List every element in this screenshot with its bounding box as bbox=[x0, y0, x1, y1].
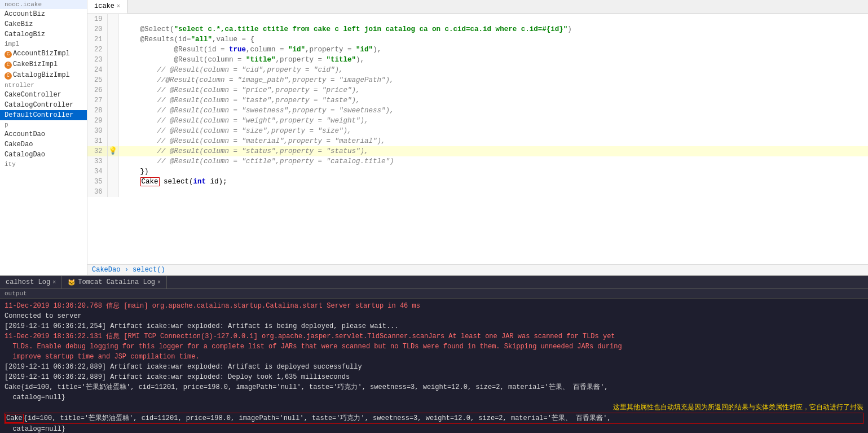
line-number: 26 bbox=[87, 85, 107, 95]
bottom-tab-localhost-log[interactable]: calhost Log × bbox=[0, 276, 62, 288]
line-code: // @Result(column = "cid",property = "ci… bbox=[118, 65, 868, 75]
sidebar-item-cakedao[interactable]: CakeDao bbox=[0, 139, 87, 150]
sidebar-item-defaultcontroller[interactable]: DefaultController bbox=[0, 110, 87, 120]
sidebar: nooc.icake AccountBiz CakeBiz CatalogBiz… bbox=[0, 0, 87, 275]
line-code: // @Result(column = "weight",property = … bbox=[118, 116, 868, 126]
output-line: catalog=null} bbox=[5, 424, 863, 433]
table-row: 20 @Select("select c.*,ca.title ctitle f… bbox=[87, 24, 868, 34]
line-number: 30 bbox=[87, 126, 107, 136]
sidebar-item-impl: impl bbox=[0, 40, 87, 49]
table-row: 36 bbox=[87, 187, 868, 197]
cake-keyword-box: Cake bbox=[140, 177, 160, 186]
line-code: // @Result(column = "price",property = "… bbox=[118, 85, 868, 95]
editor-tab-label: icake bbox=[94, 2, 114, 10]
tomcat-log-close[interactable]: × bbox=[157, 279, 161, 286]
line-code: Cake select(int id); bbox=[118, 177, 868, 187]
table-row: 32 💡 // @Result(column = "status",proper… bbox=[87, 146, 868, 156]
line-code: // @Result(column = "material",property … bbox=[118, 136, 868, 146]
line-gutter bbox=[107, 65, 118, 75]
line-gutter bbox=[107, 85, 118, 95]
line-gutter bbox=[107, 75, 118, 85]
line-number: 35 bbox=[87, 177, 107, 187]
line-number: 27 bbox=[87, 95, 107, 106]
line-number: 20 bbox=[87, 24, 107, 34]
line-code: // @Result(column = "taste",property = "… bbox=[118, 95, 868, 106]
line-code: @Result(column = "title",property = "tit… bbox=[118, 55, 868, 65]
line-code: // @Result(column = "size",property = "s… bbox=[118, 126, 868, 136]
line-gutter bbox=[107, 14, 118, 24]
sidebar-item-accountbiz[interactable]: AccountBiz bbox=[0, 9, 87, 19]
output-line: catalog=null} bbox=[5, 392, 863, 403]
line-code bbox=[118, 187, 868, 197]
line-gutter bbox=[107, 24, 118, 34]
tomcat-log-label: Tomcat Catalina Log bbox=[78, 278, 155, 286]
line-gutter bbox=[107, 136, 118, 146]
breadcrumb: CakeDao › select() bbox=[87, 264, 868, 275]
table-row: 21 @Results(id="all",value = { bbox=[87, 34, 868, 45]
breadcrumb-path[interactable]: CakeDao bbox=[92, 266, 120, 274]
line-gutter bbox=[107, 126, 118, 136]
line-number: 24 bbox=[87, 65, 107, 75]
line-number: 22 bbox=[87, 45, 107, 55]
breadcrumb-method[interactable]: select() bbox=[133, 266, 165, 274]
table-row: 35 Cake select(int id); bbox=[87, 177, 868, 187]
output-line: Cake{id=100, title='芒果奶油蛋糕', cid=11201, … bbox=[5, 413, 863, 424]
localhost-log-label: calhost Log bbox=[6, 278, 50, 286]
bottom-panel: calhost Log × 🐱 Tomcat Catalina Log × ou… bbox=[0, 275, 868, 433]
sidebar-item-cakecontroller[interactable]: CakeController bbox=[0, 90, 87, 100]
sidebar-item-nooc-icake[interactable]: nooc.icake bbox=[0, 0, 87, 9]
line-gutter bbox=[107, 167, 118, 177]
sidebar-item-accountbizimpl[interactable]: CAccountBizImpl bbox=[0, 49, 87, 59]
line-gutter bbox=[107, 55, 118, 65]
sidebar-item-ity: ity bbox=[0, 160, 87, 169]
sidebar-item-catalogcontroller[interactable]: CatalogController bbox=[0, 100, 87, 110]
line-gutter bbox=[107, 156, 118, 167]
bottom-tab-tomcat-log[interactable]: 🐱 Tomcat Catalina Log × bbox=[62, 276, 167, 288]
line-number: 19 bbox=[87, 14, 107, 24]
table-row: 28 // @Result(column = "sweetness",prope… bbox=[87, 106, 868, 116]
output-line: 11-Dec-2019 18:36:20.768 信息 [main] org.a… bbox=[5, 301, 863, 311]
line-code bbox=[118, 14, 868, 24]
sidebar-item-accountdao[interactable]: AccountDao bbox=[0, 129, 87, 139]
output-line: 11-Dec-2019 18:36:22.131 信息 [RMI TCP Con… bbox=[5, 331, 863, 342]
line-code: // @Result(column = "sweetness",property… bbox=[118, 106, 868, 116]
output-line: [2019-12-11 06:36:21,254] Artifact icake… bbox=[5, 321, 863, 331]
output-line: Cake{id=100, title='芒果奶油蛋糕', cid=11201, … bbox=[5, 382, 863, 392]
editor-area: icake × 19 20 @Select("select c.*,ca.tit… bbox=[87, 0, 868, 275]
line-number: 32 bbox=[87, 146, 107, 156]
output-label: output bbox=[0, 289, 868, 299]
sidebar-item-cakebiz[interactable]: CakeBiz bbox=[0, 19, 87, 29]
editor-tab-icake[interactable]: icake × bbox=[87, 0, 127, 14]
localhost-log-close[interactable]: × bbox=[52, 279, 56, 286]
sidebar-item-catalogdao[interactable]: CatalogDao bbox=[0, 150, 87, 160]
line-code: }) bbox=[118, 167, 868, 177]
output-line-annotation: 这里其他属性也自动填充是因为所返回的结果与实体类属性对应，它自动进行了封装 bbox=[5, 403, 863, 413]
line-number: 34 bbox=[87, 167, 107, 177]
bottom-tabs: calhost Log × 🐱 Tomcat Catalina Log × bbox=[0, 276, 868, 289]
output-content: 11-Dec-2019 18:36:20.768 信息 [main] org.a… bbox=[0, 299, 868, 433]
editor-tab-close[interactable]: × bbox=[117, 3, 120, 10]
table-row: 26 // @Result(column = "price",property … bbox=[87, 85, 868, 95]
line-number: 21 bbox=[87, 34, 107, 45]
table-row: 30 // @Result(column = "size",property =… bbox=[87, 126, 868, 136]
line-gutter bbox=[107, 95, 118, 106]
code-table: 19 20 @Select("select c.*,ca.title ctitl… bbox=[87, 14, 868, 197]
line-gutter: 💡 bbox=[107, 146, 118, 156]
code-content: 19 20 @Select("select c.*,ca.title ctitl… bbox=[87, 14, 868, 264]
table-row: 19 bbox=[87, 14, 868, 24]
output-line: Connected to server bbox=[5, 311, 863, 321]
table-row: 27 // @Result(column = "taste",property … bbox=[87, 95, 868, 106]
line-gutter bbox=[107, 187, 118, 197]
table-row: 33 // @Result(column = "ctitle",property… bbox=[87, 156, 868, 167]
line-gutter bbox=[107, 177, 118, 187]
sidebar-item-ntroller: ntroller bbox=[0, 81, 87, 90]
main-area: nooc.icake AccountBiz CakeBiz CatalogBiz… bbox=[0, 0, 868, 275]
tomcat-log-icon: 🐱 bbox=[68, 279, 76, 286]
line-code: @Results(id="all",value = { bbox=[118, 34, 868, 45]
sidebar-item-cakebizimpl[interactable]: CCakeBizImpl bbox=[0, 59, 87, 70]
sidebar-item-catalogbizimpl[interactable]: CCatalogBizImpl bbox=[0, 70, 87, 81]
table-row: 31 // @Result(column = "material",proper… bbox=[87, 136, 868, 146]
line-code: @Result(id = true,column = "id",property… bbox=[118, 45, 868, 55]
sidebar-item-catalogbiz[interactable]: CatalogBiz bbox=[0, 29, 87, 40]
line-gutter bbox=[107, 106, 118, 116]
